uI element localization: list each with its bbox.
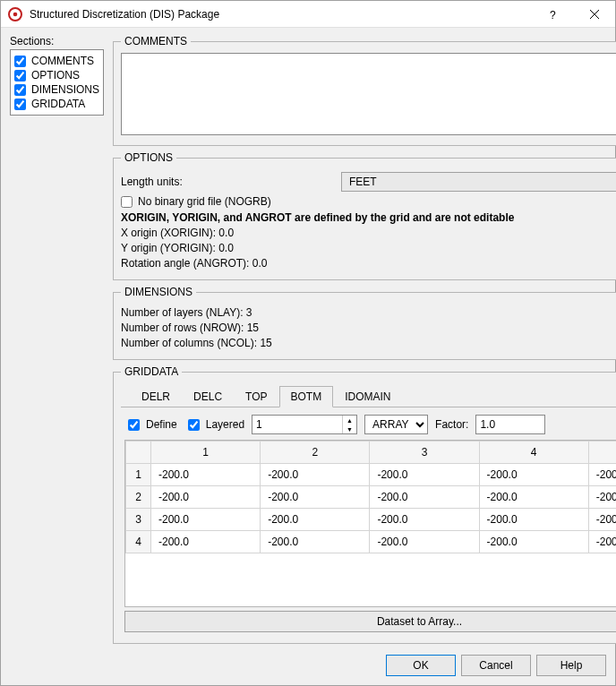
grid-cell[interactable]: -200.0 [261,464,370,486]
dataset-to-array-button[interactable]: Dataset to Array... [124,611,616,632]
section-label: GRIDDATA [31,98,85,110]
xorigin-text: X origin (XORIGIN): 0.0 [121,227,616,239]
close-icon [590,10,599,19]
griddata-legend: GRIDDATA [121,365,182,378]
grid-cell[interactable]: -200.0 [151,486,261,509]
section-label: COMMENTS [31,55,94,67]
question-icon: ? [549,8,558,21]
tab-top[interactable]: TOP [234,386,278,407]
grid-cell[interactable]: -200.0 [261,509,370,531]
section-label: DIMENSIONS [31,83,99,96]
grid-cell[interactable]: -200.0 [370,486,479,509]
grid-cell[interactable]: -200.0 [151,464,261,486]
grid-table-scroll[interactable]: 1 2 3 4 1-200.0-200.0-200.0-200.0-200.02… [125,441,616,606]
layered-checkbox-wrap[interactable]: Layered [184,416,244,433]
grid-cell[interactable]: -200.0 [479,531,588,553]
row-header[interactable]: 1 [126,464,151,486]
col-header[interactable] [588,442,616,464]
factor-label: Factor: [435,418,468,431]
table-row: 4-200.0-200.0-200.0-200.0-200.0 [126,531,616,553]
grid-cell[interactable]: -200.0 [588,531,616,553]
titlebar: Structured Discretization (DIS) Package … [1,1,615,28]
grid-cell[interactable]: -200.0 [588,486,616,509]
yorigin-text: Y origin (YORIGIN): 0.0 [121,242,616,254]
row-header[interactable]: 2 [126,486,151,509]
section-checkbox[interactable] [14,56,26,67]
col-header[interactable]: 3 [370,442,479,464]
grid-cell[interactable]: -200.0 [479,486,588,509]
options-legend: OPTIONS [121,151,176,164]
section-item-dimensions[interactable]: DIMENSIONS [14,82,99,97]
grid-cell[interactable]: -200.0 [151,531,261,553]
array-mode-select[interactable]: ARRAY [364,415,428,434]
section-checkbox[interactable] [14,99,26,110]
dimensions-legend: DIMENSIONS [121,286,196,298]
sections-label: Sections: [10,35,104,47]
nogrb-checkbox[interactable] [121,196,133,208]
layered-label: Layered [206,418,244,431]
comments-textarea[interactable] [121,53,616,135]
sections-sidebar: Sections: COMMENTS OPTIONS DIMENSIONS GR… [10,35,104,644]
layer-input[interactable] [252,416,342,433]
layered-checkbox[interactable] [188,419,200,431]
spin-up-icon[interactable]: ▲ [343,416,356,424]
row-header[interactable]: 4 [126,531,151,553]
tab-botm[interactable]: BOTM [279,386,334,407]
close-button[interactable] [574,1,615,28]
dialog-body: Sections: COMMENTS OPTIONS DIMENSIONS GR… [1,28,615,647]
grid-table-wrap: 1 2 3 4 1-200.0-200.0-200.0-200.0-200.02… [124,440,616,607]
row-header[interactable]: 3 [126,509,151,531]
dialog-footer: OK Cancel Help [1,647,615,685]
grid-cell[interactable]: -200.0 [588,464,616,486]
section-checkbox[interactable] [14,70,26,81]
grid-cell[interactable]: -200.0 [261,531,370,553]
nrow-text: Number of rows (NROW): 15 [121,322,616,334]
griddata-tabs: DELR DELC TOP BOTM IDOMAIN [121,385,616,407]
section-item-comments[interactable]: COMMENTS [14,54,99,68]
grid-cell[interactable]: -200.0 [370,509,479,531]
section-item-griddata[interactable]: GRIDDATA [14,97,99,111]
angrot-text: Rotation angle (ANGROT): 0.0 [121,257,616,270]
options-note: XORIGIN, YORIGIN, and ANGROT are defined… [121,211,616,224]
table-row: 1-200.0-200.0-200.0-200.0-200.0 [126,464,616,486]
grid-cell[interactable]: -200.0 [151,509,261,531]
tab-content: Define Layered ▲ ▼ [121,407,616,636]
tab-delc[interactable]: DELC [182,386,234,407]
grid-cell[interactable]: -200.0 [370,464,479,486]
col-header[interactable]: 1 [151,442,261,464]
layer-spinner[interactable]: ▲ ▼ [252,415,357,434]
help-titlebar-button[interactable]: ? [533,1,574,28]
grid-table: 1 2 3 4 1-200.0-200.0-200.0-200.0-200.02… [125,441,616,553]
table-row: 3-200.0-200.0-200.0-200.0-200.0 [126,509,616,531]
define-row: Define Layered ▲ ▼ [124,415,616,434]
table-row: 2-200.0-200.0-200.0-200.0-200.0 [126,486,616,509]
corner-header [126,442,151,464]
col-header[interactable]: 2 [261,442,370,464]
factor-input[interactable] [475,415,545,434]
window-title: Structured Discretization (DIS) Package [30,8,533,21]
grid-cell[interactable]: -200.0 [588,509,616,531]
tab-idomain[interactable]: IDOMAIN [333,386,402,407]
help-button[interactable]: Help [536,655,606,676]
col-header[interactable]: 4 [479,442,588,464]
options-group: OPTIONS Length units: FEET No binary gri… [113,151,616,280]
grid-cell[interactable]: -200.0 [370,531,479,553]
grid-cell[interactable]: -200.0 [479,509,588,531]
grid-cell[interactable]: -200.0 [261,486,370,509]
comments-group: COMMENTS [113,35,616,146]
app-icon [8,7,22,21]
section-item-options[interactable]: OPTIONS [14,68,99,82]
ncol-text: Number of columns (NCOL): 15 [121,337,616,349]
define-checkbox-wrap[interactable]: Define [124,416,177,433]
dimensions-group: DIMENSIONS Number of layers (NLAY): 3 Nu… [113,286,616,360]
define-checkbox[interactable] [128,419,140,431]
section-checkbox[interactable] [14,84,26,96]
define-label: Define [146,418,177,431]
length-units-select[interactable]: FEET [341,172,616,192]
svg-text:?: ? [550,9,556,21]
grid-cell[interactable]: -200.0 [479,464,588,486]
tab-delr[interactable]: DELR [130,386,182,407]
ok-button[interactable]: OK [386,655,456,676]
cancel-button[interactable]: Cancel [461,655,531,676]
spin-down-icon[interactable]: ▼ [343,424,356,433]
